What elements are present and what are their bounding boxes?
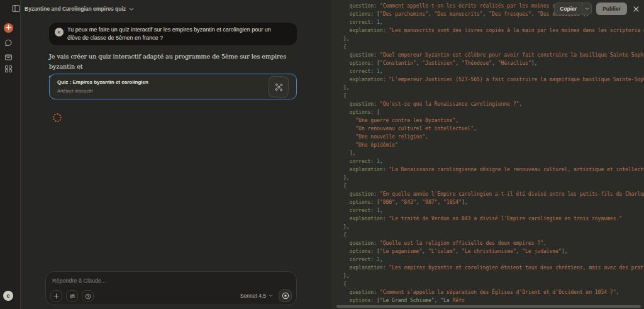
code-line: correct: 1, bbox=[343, 157, 644, 166]
code-line: options: ["Le Grand Schisme", "La Réfo bbox=[343, 296, 644, 305]
code-line: }, bbox=[343, 35, 644, 43]
code-line: correct: 2, bbox=[343, 256, 644, 264]
artifact-card-title: Quiz : Empires byzantin et carolingien bbox=[57, 79, 148, 85]
copy-dropdown-chevron[interactable] bbox=[582, 3, 591, 14]
artifact-code-panel: question: "Comment appelle-t-on les écri… bbox=[331, 0, 644, 309]
code-line: explanation: "La Renaissance carolingien… bbox=[343, 166, 644, 174]
code-line: explanation: "Les empires byzantin et ca… bbox=[343, 264, 644, 272]
plus-icon bbox=[53, 293, 59, 299]
code-line: { bbox=[343, 182, 644, 190]
user-message-line1: Tu peux me faire un quiz interactif sur … bbox=[67, 26, 271, 33]
code-line: correct: 1, bbox=[343, 18, 644, 26]
code-line: }, bbox=[343, 84, 644, 92]
history-button[interactable] bbox=[82, 290, 94, 302]
user-message-avatar: c bbox=[55, 28, 64, 37]
loading-spinner bbox=[53, 113, 62, 122]
user-message-bubble: c Tu peux me faire un quiz interactif su… bbox=[49, 23, 297, 45]
conversation-title-menu[interactable]: Byzantine and Carolingian empires quiz bbox=[25, 4, 134, 14]
code-line: explanation: "L'empereur Justinien (527-… bbox=[343, 76, 644, 84]
code-line: options: ["800", "843", "987", "1054"], bbox=[343, 198, 644, 206]
code-line: options: [ bbox=[343, 108, 644, 116]
code-line: options: ["Le paganisme", "L'islam", "Le… bbox=[343, 247, 644, 256]
user-message-line2: élève de classe de 5èmen en france ? bbox=[67, 35, 163, 41]
chevron-down-icon bbox=[129, 8, 134, 11]
stop-streaming-button[interactable] bbox=[279, 289, 292, 302]
code-line: }, bbox=[343, 174, 644, 182]
projects-icon[interactable] bbox=[4, 53, 13, 61]
reply-input[interactable] bbox=[52, 278, 241, 284]
code-line: { bbox=[343, 92, 644, 100]
code-line: question: "Comment s'appelle la séparati… bbox=[343, 288, 644, 296]
chat-panel: Byzantine and Carolingian empires quiz c… bbox=[21, 0, 331, 309]
code-line: "Une guerre contre les Byzantins", bbox=[343, 116, 644, 125]
artifact-actions: Copier Publier bbox=[554, 3, 640, 15]
code-line: }, bbox=[343, 223, 644, 231]
attach-button[interactable] bbox=[50, 290, 62, 302]
plus-icon bbox=[6, 25, 11, 30]
chevron-down-icon bbox=[585, 8, 589, 10]
apps-grid-icon[interactable] bbox=[4, 65, 13, 73]
model-selector[interactable]: Sonnet 4.5 bbox=[240, 293, 273, 299]
code-line: explanation: "Les manuscrits sont des li… bbox=[343, 26, 644, 35]
app-window: c Byzantine and Carolingian empires quiz… bbox=[0, 0, 644, 309]
conversation-title: Byzantine and Carolingian empires quiz bbox=[25, 6, 126, 12]
code-line: ], bbox=[343, 149, 644, 157]
code-line: options: ["Constantin", "Justinien", "Th… bbox=[343, 59, 644, 67]
code-line: "Une épidémie" bbox=[343, 141, 644, 149]
close-panel-button[interactable] bbox=[631, 4, 640, 13]
model-label: Sonnet 4.5 bbox=[240, 293, 266, 299]
account-avatar[interactable]: c bbox=[3, 291, 13, 301]
code-line: { bbox=[343, 280, 644, 288]
copy-button-group: Copier bbox=[554, 3, 592, 15]
horizontal-scrollbar[interactable] bbox=[336, 305, 641, 308]
stop-icon bbox=[282, 292, 289, 300]
code-line: { bbox=[343, 231, 644, 239]
code-editor[interactable]: question: "Comment appelle-t-on les écri… bbox=[331, 0, 644, 305]
artifact-card-subtitle: Artéfact interactif bbox=[57, 88, 92, 94]
composer: Sonnet 4.5 bbox=[45, 271, 297, 305]
code-line: question: "Quelle est la religion offici… bbox=[343, 239, 644, 247]
code-line: correct: 1, bbox=[343, 206, 644, 215]
chevron-down-icon bbox=[269, 295, 273, 297]
code-line: question: "Qu'est-ce que la Renaissance … bbox=[343, 100, 644, 108]
chats-icon[interactable] bbox=[4, 39, 13, 47]
copy-button[interactable]: Copier bbox=[555, 3, 582, 14]
publish-button[interactable]: Publier bbox=[596, 3, 627, 15]
user-message-text: Tu peux me faire un quiz interactif sur … bbox=[67, 26, 291, 42]
artifact-sparkle-icon bbox=[274, 82, 283, 91]
code-line: "Un renouveau culturel et intellectuel", bbox=[343, 125, 644, 133]
code-line: "Une nouvelle religion", bbox=[343, 133, 644, 141]
tools-button[interactable] bbox=[66, 290, 78, 302]
code-line: question: "Quel empereur byzantin est cé… bbox=[343, 51, 644, 59]
sidebar-toggle-icon[interactable] bbox=[12, 4, 20, 13]
sliders-icon bbox=[69, 293, 75, 299]
code-line: { bbox=[343, 43, 644, 51]
sidebar: c bbox=[0, 0, 21, 309]
artifact-preview-tile bbox=[268, 76, 289, 98]
code-line: explanation: "Le traité de Verdun en 843… bbox=[343, 215, 644, 223]
assistant-message-line1: Je vais créer un quiz interactif adapté … bbox=[49, 53, 286, 70]
code-line: }, bbox=[343, 272, 644, 280]
new-chat-button[interactable] bbox=[4, 23, 13, 33]
close-icon bbox=[633, 6, 639, 12]
artifact-card[interactable]: Quiz : Empires byzantin et carolingien A… bbox=[49, 74, 297, 99]
clock-icon bbox=[85, 293, 91, 300]
code-line: correct: 1, bbox=[343, 67, 644, 76]
code-line: question: "En quelle année l'Empire caro… bbox=[343, 190, 644, 198]
